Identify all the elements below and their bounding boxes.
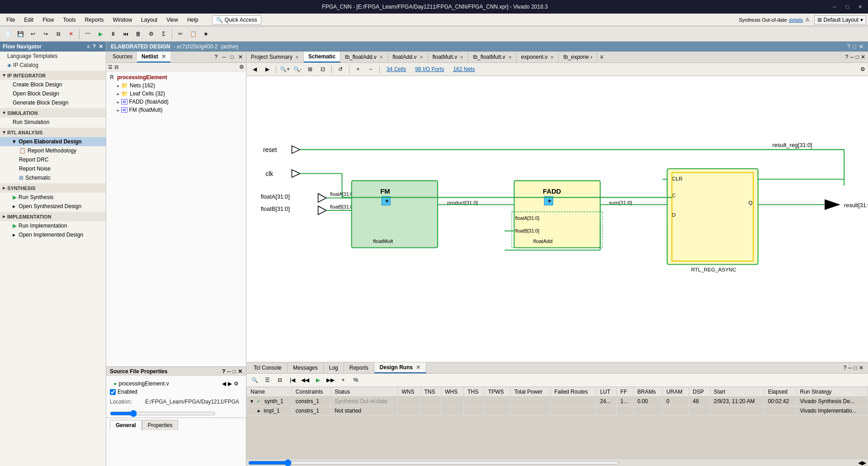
expand-panel-icon[interactable]: □ [229,54,235,60]
col-tpws[interactable]: TPWS [484,387,510,397]
star-button[interactable]: ★ [200,28,212,40]
nav-section-ip-integrator[interactable]: ▾ IP INTEGRATOR [0,71,106,80]
menu-edit[interactable]: Edit [19,16,38,24]
minimize-icon[interactable]: ─ [848,365,852,371]
menu-layout[interactable]: Layout [137,16,162,24]
tab-netlist[interactable]: Netlist ✕ [137,52,170,62]
tab-tcl-console[interactable]: Tcl Console [248,363,288,373]
save-button[interactable]: 💾 [14,28,26,40]
details-link[interactable]: details [789,17,803,23]
netlist-item-nets[interactable]: ▸ 📁 Nets (162) [108,81,244,90]
filter-icon[interactable]: ☰ [108,64,113,70]
tab-design-runs[interactable]: Design Runs ✕ [374,362,427,373]
add-button[interactable]: + [353,64,363,75]
tab-close[interactable]: ✕ [420,55,423,60]
dr-prev-button[interactable]: ◀◀ [300,375,311,385]
nav-report-noise[interactable]: Report Noise [0,164,106,173]
col-tns[interactable]: TNS [420,387,441,397]
delete-button[interactable]: ✕ [65,28,77,40]
expand-icon[interactable]: ▾ [250,398,253,404]
col-name[interactable]: Name [247,387,292,397]
tab-close[interactable]: ✕ [550,55,554,60]
table-row[interactable]: ▸ impl_1 constrs_1 Not started [247,406,868,416]
netlist-item-fadd[interactable]: ▸ M FADD (floatAdd) [108,98,244,106]
run-button[interactable]: ▶ [94,28,106,40]
tab-log[interactable]: Log [324,363,344,373]
col-failed-routes[interactable]: Failed Routes [551,387,596,397]
tab-close[interactable]: ✕ [460,55,463,60]
tab-close[interactable]: ✕ [508,55,512,60]
zoom-out-button[interactable]: 🔍- [292,64,303,75]
horizontal-scrollbar[interactable] [248,461,619,465]
nav-section-rtl-analysis[interactable]: ▾ RTL ANALYSIS [0,128,106,137]
nav-forward-button[interactable]: ▶ [262,64,273,75]
nav-report-methodology[interactable]: 📋 Report Methodology [0,146,106,155]
cut-button[interactable]: ✂ [175,28,186,40]
nets-stat[interactable]: 162 Nets [449,65,478,73]
tab-schematic[interactable]: Schematic [304,52,340,62]
maximize-icon[interactable]: □ [854,365,857,371]
menu-help[interactable]: Help [183,16,203,24]
menu-file[interactable]: File [2,16,19,24]
nav-open-block-design[interactable]: Open Block Design [0,89,106,98]
help-icon[interactable]: ? [845,54,849,60]
col-lut[interactable]: LUT [596,387,617,397]
fit-button[interactable]: ⊞ [305,64,316,75]
scroll-right-icon[interactable]: ▶ [862,460,866,466]
nav-settings-icon[interactable]: ? [93,43,96,50]
nav-language-templates[interactable]: Language Templates [0,52,106,61]
nav-next-icon[interactable]: ▶ [228,380,232,387]
step-button[interactable]: ⏸ [107,28,119,40]
minimize-button[interactable]: ─ [830,2,839,11]
help-icon[interactable]: ? [847,43,850,50]
tab-floatadd[interactable]: floatAdd.v ✕ [388,52,428,62]
nav-run-simulation[interactable]: Run Simulation [0,118,106,127]
settings-icon[interactable]: ⚙ [239,64,244,70]
schematic-canvas[interactable]: reset result_reg[31:0] clk [246,76,868,362]
nav-run-synthesis[interactable]: ▶ Run Synthesis [0,193,106,202]
table-row[interactable]: ▾ ✓ synth_1 constrs_1 Synthesis Out-of-d… [247,397,868,406]
netlist-tab-close[interactable]: ✕ [161,53,166,60]
close-sources-icon[interactable]: ✕ [237,54,244,60]
nav-open-synthesized-design[interactable]: ▸ Open Synthesized Design [0,202,106,211]
settings-icon[interactable]: ⚙ [860,66,865,72]
netlist-item-fm[interactable]: ▸ M FM (floatMult) [108,106,244,114]
netlist-item-leafcells[interactable]: ▸ 📁 Leaf Cells (32) [108,90,244,98]
minimize-icon[interactable]: ─ [227,368,231,375]
menu-window[interactable]: Window [108,16,137,24]
help-icon[interactable]: ? [844,365,847,371]
tab-messages[interactable]: Messages [288,363,324,373]
nav-section-simulation[interactable]: ▾ SIMULATION [0,108,106,118]
fit-sel-button[interactable]: ⊡ [317,64,328,75]
minimize-icon[interactable]: ─ [850,54,854,60]
nav-run-implementation[interactable]: ▶ Run Implementation [0,221,106,230]
nav-open-elaborated-design[interactable]: ▾ Open Elaborated Design [0,137,106,146]
copy-button[interactable]: ⧉ [52,28,64,40]
col-start[interactable]: Start [710,387,764,397]
nav-back-button[interactable]: ◀ [249,64,260,75]
netlist-root[interactable]: R processingElement [108,73,244,81]
nav-collapse-icon[interactable]: ≡ [87,43,90,50]
bottom-scrollbar[interactable]: ◀ ▶ [246,459,868,466]
tab-tb-floatadd[interactable]: tb_floatAdd.v ✕ [340,52,388,62]
close-icon[interactable]: ✕ [238,368,242,375]
new-button[interactable]: 📄 [2,28,14,40]
col-brams[interactable]: BRAMs [633,387,662,397]
nav-prev-icon[interactable]: ◀ [222,380,226,387]
col-whs[interactable]: WHS [441,387,464,397]
tab-sources[interactable]: Sources [108,52,137,62]
maximize-button[interactable]: □ [843,2,852,11]
col-elapsed[interactable]: Elapsed [764,387,796,397]
expand-icon[interactable]: ▸ [258,408,260,414]
menu-tools[interactable]: Tools [58,16,80,24]
menu-flow[interactable]: Flow [38,16,58,24]
sigma-button[interactable]: Σ [158,28,170,40]
tab-exponent[interactable]: exponent.v ✕ [517,52,559,62]
dr-next-button[interactable]: ▶▶ [325,375,336,385]
nav-section-synthesis[interactable]: ▸ SYNTHESIS [0,183,106,193]
tab-tb-expone[interactable]: tb_expone › [559,52,597,62]
restart-button[interactable]: ⏮ [120,28,132,40]
dr-first-button[interactable]: |◀ [287,375,298,385]
col-run-strategy[interactable]: Run Strategy [796,387,868,397]
nav-close-icon[interactable]: ✕ [99,43,103,50]
